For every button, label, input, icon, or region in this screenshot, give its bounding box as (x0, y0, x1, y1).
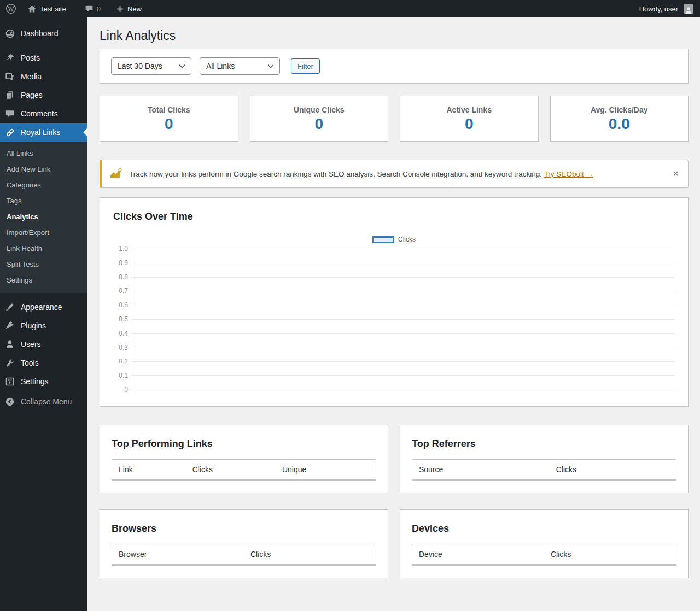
stat-label: Active Links (406, 105, 533, 114)
sidebar-item-comments[interactable]: Comments (0, 104, 88, 123)
stat-value: 0 (106, 115, 232, 133)
page-title: Link Analytics (100, 26, 689, 49)
gridline (132, 348, 675, 348)
media-icon (4, 71, 15, 82)
collapse-arrow-icon (4, 396, 15, 407)
sidebar-item-label: Users (21, 340, 41, 349)
legend-swatch (372, 236, 394, 243)
wrench-icon (4, 357, 15, 368)
try-seobolt-link[interactable]: Try SEObolt → (544, 170, 593, 178)
wordpress-logo-icon: W (5, 3, 16, 14)
stat-label: Unique Clicks (256, 105, 383, 114)
sidebar-item-settings[interactable]: Settings (0, 372, 88, 391)
new-content-menu[interactable]: New (110, 0, 147, 17)
sidebar-item-dashboard[interactable]: Dashboard (0, 24, 88, 43)
y-tick-label: 0.9 (119, 259, 128, 267)
y-tick-label: 0.2 (119, 357, 128, 365)
panel-title: Devices (412, 523, 676, 534)
link-scope-value: All Links (206, 62, 235, 70)
sidebar-item-tools[interactable]: Tools (0, 354, 88, 372)
sidebar-item-label: Comments (21, 109, 58, 118)
panels-row-1: Top Performing Links Link Clicks Unique … (100, 425, 689, 494)
submenu-item-tags[interactable]: Tags (0, 193, 88, 209)
submenu-item-settings[interactable]: Settings (0, 272, 88, 288)
sidebar-item-media[interactable]: Media (0, 67, 88, 86)
submenu-item-all-links[interactable]: All Links (0, 145, 88, 161)
site-name-label: Test site (40, 5, 66, 13)
chart-title: Clicks Over Time (113, 211, 675, 222)
chart-legend[interactable]: Clicks (113, 236, 675, 243)
svg-text:W: W (8, 6, 14, 12)
submenu-item-split-tests[interactable]: Split Tests (0, 256, 88, 272)
y-tick-label: 0.7 (119, 287, 128, 295)
comments-icon (4, 108, 15, 119)
y-tick-label: 0.5 (119, 315, 128, 323)
column-header: Clicks (544, 544, 676, 565)
devices-table: Device Clicks (412, 544, 676, 566)
main-content: Link Analytics Last 30 Days All Links Fi… (88, 17, 700, 611)
column-header: Clicks (244, 544, 376, 565)
chain-link-icon (4, 127, 15, 138)
notice-message: Track how your links perform in Google s… (129, 170, 542, 178)
notice-close-button[interactable]: ✕ (671, 168, 680, 180)
sidebar-item-label: Tools (21, 359, 39, 367)
gridline (132, 263, 675, 263)
comments-menu[interactable]: 0 (79, 0, 106, 17)
gridline (132, 305, 675, 306)
submenu-item-link-health[interactable]: Link Health (0, 240, 88, 256)
y-tick-label: 0.6 (119, 301, 128, 309)
sidebar-item-plugins[interactable]: Plugins (0, 316, 88, 335)
gridline (132, 277, 675, 278)
panel-title: Top Performing Links (112, 438, 376, 450)
column-header: Clicks (550, 460, 676, 480)
pushpin-icon (4, 52, 15, 63)
site-name-menu[interactable]: Test site (22, 0, 72, 17)
devices-panel: Devices Device Clicks (400, 509, 689, 578)
wordpress-logo-menu[interactable]: W (0, 0, 22, 17)
sidebar-item-label: Dashboard (21, 29, 59, 38)
top-referrers-panel: Top Referrers Source Clicks (400, 425, 689, 494)
clicks-over-time-card: Clicks Over Time Clicks 1.00.90.80.70.60… (100, 197, 689, 407)
date-range-select[interactable]: Last 30 Days (111, 57, 191, 75)
sidebar-item-label: Posts (21, 54, 40, 62)
sidebar-item-appearance[interactable]: Appearance (0, 298, 88, 316)
y-tick-label: 0 (124, 386, 128, 393)
stat-card-total-clicks: Total Clicks 0 (100, 96, 238, 142)
active-menu-pointer (83, 128, 88, 137)
admin-footer: Thank you for creating with WordPress. V… (100, 594, 689, 611)
y-tick-label: 0.1 (119, 372, 128, 379)
sidebar-item-label: Pages (21, 91, 43, 99)
link-scope-select[interactable]: All Links (200, 57, 280, 75)
chevron-down-icon (179, 64, 185, 68)
submenu-item-add-new-link[interactable]: Add New Link (0, 161, 88, 177)
y-tick-label: 0.4 (119, 330, 128, 337)
my-account-menu[interactable]: Howdy, user (634, 0, 700, 17)
sidebar-item-collapse-menu[interactable]: Collapse Menu (0, 392, 88, 411)
pages-icon (4, 90, 15, 101)
paintbrush-icon (4, 302, 15, 313)
sidebar-item-label: Collapse Menu (21, 397, 72, 406)
sidebar-item-label: Settings (21, 377, 49, 386)
clicks-chart: 1.00.90.80.70.60.50.40.30.20.10 (113, 249, 675, 393)
stat-label: Avg. Clicks/Day (556, 105, 683, 114)
submenu-item-categories[interactable]: Categories (0, 177, 88, 193)
stat-card-active-links: Active Links 0 (400, 96, 539, 142)
chevron-down-icon (267, 64, 274, 68)
chart-plot-area (132, 249, 675, 390)
admin-bar: W Test site 0 New Howdy, user (0, 0, 700, 17)
seo-promo-notice: Track how your links perform in Google s… (100, 160, 689, 188)
stat-card-avg-clicks-day: Avg. Clicks/Day 0.0 (550, 96, 689, 142)
new-label: New (127, 5, 142, 13)
sidebar-item-pages[interactable]: Pages (0, 86, 88, 104)
legend-label: Clicks (398, 236, 416, 243)
browsers-table: Browser Clicks (112, 544, 376, 566)
chart-y-axis: 1.00.90.80.70.60.50.40.30.20.10 (113, 249, 132, 390)
submenu-item-analytics[interactable]: Analytics (0, 209, 88, 225)
sidebar-item-users[interactable]: Users (0, 335, 88, 354)
submenu-item-import-export[interactable]: Import/Export (0, 225, 88, 240)
sidebar-item-royal-links[interactable]: Royal Links (0, 123, 88, 142)
sidebar-item-label: Media (21, 72, 42, 81)
stat-value: 0.0 (556, 115, 683, 133)
sidebar-item-posts[interactable]: Posts (0, 49, 88, 67)
filter-button[interactable]: Filter (291, 58, 320, 74)
